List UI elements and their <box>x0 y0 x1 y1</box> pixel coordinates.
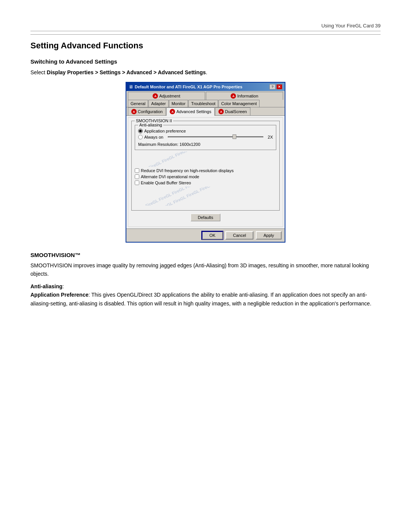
tab-dualscreen[interactable]: A DualScreen <box>215 107 250 115</box>
tab-information[interactable]: A Information <box>206 92 283 100</box>
subsection-title: Switching to Advanced Settings <box>30 58 381 65</box>
separator <box>30 34 381 35</box>
defaults-button[interactable]: Defaults <box>191 214 220 221</box>
tab-monitor[interactable]: Monitor <box>169 100 188 107</box>
slider-value: 2X <box>268 135 273 139</box>
tab-adjustment[interactable]: A Adjustment <box>128 92 205 100</box>
app-pref-header: Application Preference <box>30 292 89 298</box>
tab-configuration-label: Configuration <box>138 109 162 114</box>
checkbox-alt-dvi[interactable] <box>135 174 139 179</box>
dialog-icon: 🖥 <box>129 84 133 89</box>
radio-always-on[interactable] <box>138 135 143 139</box>
slider-track <box>168 136 263 137</box>
defaults-row: Defaults <box>131 214 280 221</box>
checkbox-dvi-freq-label: Reduce DVI frequency on high-resolution … <box>141 168 234 173</box>
checkbox-dvi-freq[interactable] <box>135 168 139 173</box>
tab-adjustment-label: Adjustment <box>159 94 180 98</box>
tab-adjustment-icon: A <box>153 93 158 99</box>
tab-configuration[interactable]: A Configuration <box>128 107 166 115</box>
apply-button[interactable]: Apply <box>256 231 282 240</box>
smoothvision-title: SMOOTHVISION™ <box>30 252 381 258</box>
radio-app-pref-label: Application preference <box>144 129 186 133</box>
anti-aliasing-section: Anti-aliasing: Application Preference: T… <box>30 282 381 308</box>
cancel-button[interactable]: Cancel <box>225 231 253 240</box>
radio-app-pref-row: Application preference <box>138 129 273 133</box>
dialog-titlebar: 🖥 Default Monitor and ATI FireGL X1 AGP … <box>126 83 285 91</box>
watermark-container-2: FireGL FireGL FireGL FireGL FireGL FireG… <box>135 187 276 206</box>
tabs-row-2: General Adapter Monitor Troubleshoot Col… <box>126 100 285 107</box>
tab-dualscreen-label: DualScreen <box>225 109 247 114</box>
watermark-container: FireGL FireGL FireGL FireGL <box>135 152 276 167</box>
dialog-frame: 🖥 Default Monitor and ATI FireGL X1 AGP … <box>126 82 285 243</box>
tab-information-icon: A <box>231 93 236 99</box>
tab-adapter[interactable]: Adapter <box>148 100 169 107</box>
checkbox-dvi-freq-row: Reduce DVI frequency on high-resolution … <box>135 168 276 173</box>
dialog-footer: OK Cancel Apply <box>126 228 285 242</box>
checkbox-quad-buffer[interactable] <box>135 181 139 185</box>
dialog-content: SMOOTHVISION II Anti-aliasing Applicatio… <box>128 117 283 227</box>
max-resolution: Maximum Resolution: 1600x1200 <box>138 142 273 147</box>
tab-configuration-icon: A <box>131 109 137 114</box>
dialog-window: 🖥 Default Monitor and ATI FireGL X1 AGP … <box>126 82 285 243</box>
intro-text: Select Display Properties > Settings > A… <box>30 69 381 77</box>
ok-button[interactable]: OK <box>202 231 223 240</box>
close-button[interactable]: ✕ <box>276 84 282 89</box>
radio-app-pref[interactable] <box>138 129 143 133</box>
intro-text-pre: Select <box>30 69 47 75</box>
intro-text-end: . <box>206 69 207 75</box>
tab-general[interactable]: General <box>128 100 148 107</box>
tab-advanced-label: Advanced Settings <box>176 109 211 114</box>
radio-always-on-label: Always on <box>144 135 163 139</box>
radio-always-on-row: Always on 2X <box>138 134 273 140</box>
tab-troubleshoot[interactable]: Troubleshoot <box>188 100 218 107</box>
checkbox-quad-buffer-row: Enable Quad Buffer Stereo <box>135 181 276 185</box>
watermark: FireGL FireGL FireGL FireGL <box>148 152 202 167</box>
anti-aliasing-label: Anti-aliasing <box>138 123 163 127</box>
smoothvision-body: SMOOTHVISION improves image quality by r… <box>30 261 381 278</box>
checkbox-quad-buffer-label: Enable Quad Buffer Stereo <box>141 181 191 185</box>
anti-aliasing-groupbox: Anti-aliasing Application preference Alw… <box>135 125 276 150</box>
tab-dualscreen-icon: A <box>218 109 224 114</box>
tab-advanced-icon: A <box>170 109 175 114</box>
intro-bold: Display Properties > Settings > Advanced… <box>47 69 206 75</box>
tab-color-management[interactable]: Color Management <box>218 100 260 107</box>
smoothvision-groupbox: SMOOTHVISION II Anti-aliasing Applicatio… <box>131 121 280 211</box>
tabs-row-1: A Adjustment A Information <box>126 91 285 100</box>
slider-thumb[interactable] <box>233 134 236 139</box>
tab-advanced-settings[interactable]: A Advanced Settings <box>166 107 215 116</box>
slider-container <box>168 134 263 140</box>
tab-information-label: Information <box>237 94 258 98</box>
anti-aliasing-header-label: Anti-aliasing <box>30 283 62 289</box>
checkbox-alt-dvi-row: Alternate DVI operational mode <box>135 174 276 179</box>
help-button[interactable]: ? <box>269 84 276 89</box>
dialog-title: Default Monitor and ATI FireGL X1 AGP Pr… <box>135 85 269 89</box>
titlebar-buttons: ? ✕ <box>269 84 282 89</box>
section-title: Setting Advanced Functions <box>30 41 381 51</box>
page-header: Using Your FireGL Card 39 <box>30 23 381 31</box>
checkbox-alt-dvi-label: Alternate DVI operational mode <box>141 174 199 179</box>
tabs-row-3: A Configuration A Advanced Settings A Du… <box>126 107 285 116</box>
